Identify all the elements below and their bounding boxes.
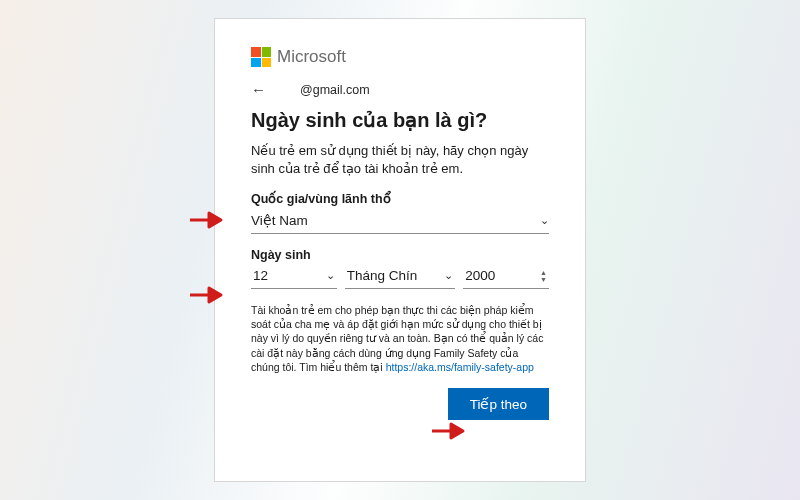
page-description: Nếu trẻ em sử dụng thiết bị này, hãy chọ… [251, 142, 549, 177]
dob-day-value: 12 [253, 268, 268, 283]
identity-row: ← @gmail.com [251, 81, 549, 98]
page-title: Ngày sinh của bạn là gì? [251, 108, 549, 132]
family-safety-link[interactable]: https://aka.ms/family-safety-app [386, 361, 534, 373]
spinner-icon: ▲▼ [540, 269, 547, 283]
brand-name: Microsoft [277, 47, 346, 67]
dob-day-select[interactable]: 12 ⌄ [251, 264, 337, 289]
brand-row: Microsoft [251, 47, 549, 67]
account-email: @gmail.com [300, 83, 370, 97]
fineprint: Tài khoản trẻ em cho phép bạn thực thi c… [251, 303, 549, 374]
country-value: Việt Nam [251, 212, 308, 228]
dob-year-stepper[interactable]: 2000 ▲▼ [463, 264, 549, 289]
chevron-down-icon: ⌄ [540, 214, 549, 227]
chevron-down-icon: ⌄ [326, 269, 335, 282]
dob-month-select[interactable]: Tháng Chín ⌄ [345, 264, 455, 289]
back-button[interactable]: ← [251, 81, 266, 98]
button-row: Tiếp theo [251, 388, 549, 420]
next-button[interactable]: Tiếp theo [448, 388, 549, 420]
dob-row: 12 ⌄ Tháng Chín ⌄ 2000 ▲▼ [251, 264, 549, 289]
country-label: Quốc gia/vùng lãnh thổ [251, 191, 549, 206]
microsoft-logo-icon [251, 47, 271, 67]
signup-card: Microsoft ← @gmail.com Ngày sinh của bạn… [214, 18, 586, 482]
dob-month-value: Tháng Chín [347, 268, 418, 283]
chevron-down-icon: ⌄ [444, 269, 453, 282]
dob-year-value: 2000 [465, 268, 495, 283]
country-select[interactable]: Việt Nam ⌄ [251, 208, 549, 234]
dob-label: Ngày sinh [251, 248, 549, 262]
